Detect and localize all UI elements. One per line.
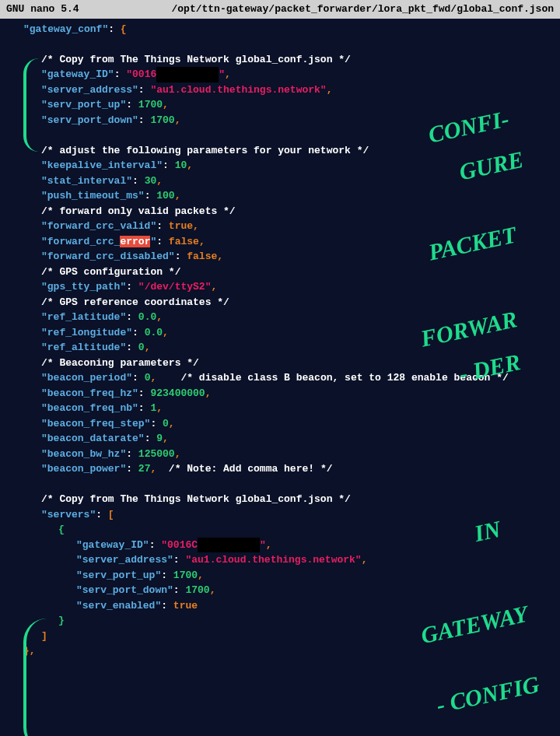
file-path: /opt/ttn-gateway/packet_forwarder/lora_p… <box>172 2 554 17</box>
redacted-id: x <box>156 67 219 82</box>
title-bar: GNU nano 5.4 /opt/ttn-gateway/packet_for… <box>0 0 560 19</box>
editor-content[interactable]: "gateway_conf": { /* Copy from The Thing… <box>0 19 560 662</box>
comment-copy2: /* Copy from The Things Network global_c… <box>41 493 351 505</box>
editor-name: GNU nano 5.4 <box>6 2 79 17</box>
redacted-id2: x <box>198 538 260 553</box>
comment-copy1: /* Copy from The Things Network global_c… <box>41 54 351 65</box>
handwritten-annotation: - CONFIG <box>433 667 543 723</box>
search-highlight: error <box>120 236 150 247</box>
gateway-conf-key: "gateway_conf" <box>23 23 108 35</box>
